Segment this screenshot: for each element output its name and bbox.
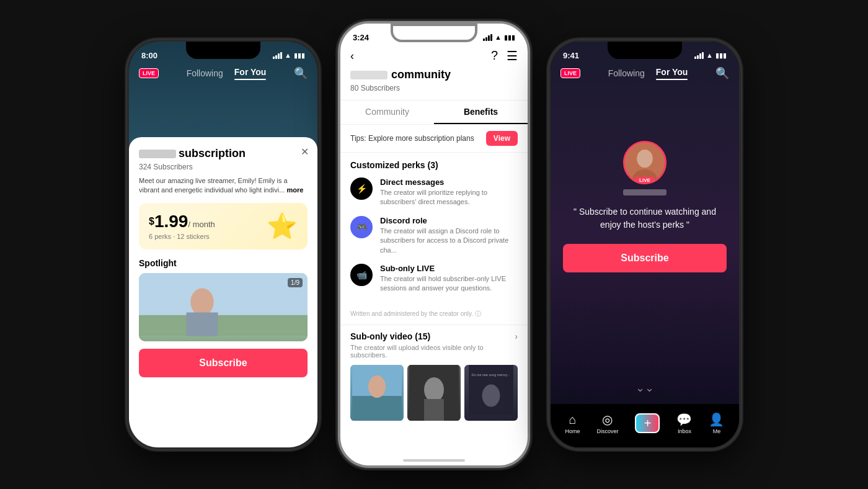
perk-name-live: Sub-only LIVE — [380, 264, 518, 273]
perks-section: Customized perks (3) ⚡ Direct messages T… — [340, 153, 528, 310]
subscribe-button-1[interactable]: Subscribe — [139, 349, 308, 377]
status-time-2: 3:24 — [353, 33, 369, 42]
subscribe-prompt-text: " Subscribe to continue watching and enj… — [563, 205, 727, 231]
nav-following-1[interactable]: Following — [187, 68, 223, 79]
tips-bar: Tips: Explore more subscription plans Vi… — [340, 125, 528, 153]
bottom-nav: ⌂ Home ◎ Discover + 💬 Inbox 👤 Me — [551, 404, 739, 447]
community-subscribers: 80 Subscribers — [350, 84, 518, 92]
svg-point-12 — [482, 384, 500, 406]
video-thumb-3[interactable]: Do not rate song memry... — [464, 365, 518, 421]
wifi-icon-2: ▲ — [495, 34, 502, 41]
signal-bar — [697, 55, 699, 59]
modal-title-row: subscription — [139, 147, 308, 160]
signal-bar — [485, 37, 487, 41]
svg-rect-3 — [187, 312, 218, 336]
admin-note: Written and administered by the creator … — [340, 310, 528, 325]
perk-desc-discord: The creator will assign a Discord role t… — [380, 227, 518, 255]
inbox-label: Inbox — [678, 428, 691, 434]
status-icons-1: ▲ ▮▮▮ — [273, 52, 305, 60]
home-indicator-2 — [403, 459, 465, 462]
inbox-icon: 💬 — [676, 412, 692, 427]
back-button[interactable]: ‹ — [350, 50, 354, 63]
tiktok-live-badge-1: LIVE — [139, 68, 159, 78]
subonly-title: Sub-only video (15) — [350, 331, 430, 341]
video-thumb-2[interactable] — [407, 365, 461, 421]
subonly-title-row: Sub-only video (15) › — [350, 331, 518, 341]
more-link[interactable]: more — [286, 186, 303, 194]
perk-info-live: Sub-only LIVE The creator will hold subs… — [380, 264, 518, 294]
phone2-topbar: ‹ ? ☰ — [340, 46, 528, 68]
tab-benefits[interactable]: Benefits — [434, 101, 528, 124]
status-time-1: 8:00 — [141, 51, 157, 60]
signal-bar — [483, 38, 485, 41]
signal-bars-1 — [273, 52, 282, 59]
battery-icon-1: ▮▮▮ — [294, 52, 305, 60]
subscribe-button-3[interactable]: Subscribe — [563, 244, 727, 272]
nav-me[interactable]: 👤 Me — [709, 412, 724, 434]
nav-following-3[interactable]: Following — [608, 68, 645, 79]
perk-info-dm: Direct messages The creator will priorit… — [380, 177, 518, 207]
signal-bar — [699, 53, 701, 59]
home-icon: ⌂ — [569, 413, 576, 427]
tips-text: Tips: Explore more subscription plans — [350, 134, 474, 143]
video-thumb-1[interactable] — [350, 365, 404, 421]
chevron-down-icon: ⌄⌄ — [636, 381, 654, 395]
community-blurred-name — [350, 71, 388, 79]
price-box: $1.99/ month 6 perks · 12 stickers ⭐ — [139, 203, 308, 249]
signal-bar — [280, 52, 282, 59]
svg-text:Do not rate song memry...: Do not rate song memry... — [472, 373, 510, 377]
perk-desc-live: The creator will hold subscriber-only LI… — [380, 274, 518, 294]
phone1-header: LIVE Following For You 🔍 — [129, 64, 317, 85]
perk-item-subonly-live: 📹 Sub-only LIVE The creator will hold su… — [350, 264, 518, 294]
nav-foryou-1[interactable]: For You — [234, 66, 267, 80]
nav-discover[interactable]: ◎ Discover — [596, 412, 618, 434]
price-period: / month — [188, 220, 215, 229]
price-amount-row: $1.99/ month — [149, 212, 215, 231]
battery-icon-2: ▮▮▮ — [504, 34, 515, 42]
status-time-3: 9:41 — [563, 51, 579, 60]
wifi-icon-3: ▲ — [706, 52, 713, 59]
search-icon-3[interactable]: 🔍 — [715, 66, 729, 80]
ph2-icons: ? ☰ — [491, 48, 518, 63]
nav-inbox[interactable]: 💬 Inbox — [676, 412, 692, 434]
nav-create[interactable]: + — [635, 413, 660, 433]
nav-underline-1 — [234, 79, 267, 80]
status-icons-3: ▲ ▮▮▮ — [694, 52, 727, 60]
signal-bar — [275, 55, 277, 59]
nav-home[interactable]: ⌂ Home — [565, 413, 580, 434]
subonly-desc: The creator will upload videos visible o… — [350, 344, 518, 359]
nav-foryou-3[interactable]: For You — [656, 66, 688, 80]
subscribe-prompt-area: LIVE " Subscribe to continue watching an… — [563, 141, 727, 272]
video-thumbnails: Do not rate song memry... — [350, 365, 518, 421]
price-perks: 6 perks · 12 stickers — [149, 233, 215, 240]
modal-description: Meet our amazing live streamer, Emily! E… — [139, 176, 308, 195]
svg-point-14 — [637, 150, 653, 168]
direct-messages-icon: ⚡ — [350, 177, 373, 200]
nav-tabs-3: Following For You — [608, 66, 688, 80]
subscription-modal: ✕ subscription 324 Subscribers Meet our … — [129, 137, 317, 447]
perk-item-direct-messages: ⚡ Direct messages The creator will prior… — [350, 177, 518, 207]
perk-item-discord: 🎮 Discord role The creator will assign a… — [350, 216, 518, 255]
help-icon[interactable]: ? — [491, 48, 498, 63]
signal-bar — [273, 56, 275, 59]
signal-bar — [702, 52, 704, 59]
svg-point-8 — [424, 377, 444, 402]
price-amount: 1.99 — [154, 212, 188, 231]
modal-close-button[interactable]: ✕ — [301, 146, 309, 158]
signal-bar — [694, 56, 696, 59]
me-label: Me — [713, 428, 721, 434]
home-label: Home — [565, 428, 580, 434]
perk-desc-dm: The creator will prioritize replying to … — [380, 188, 518, 207]
tab-community[interactable]: Community — [340, 101, 434, 124]
plus-button[interactable]: + — [635, 413, 660, 433]
signal-bars-2 — [483, 34, 492, 41]
community-title: community — [391, 68, 451, 81]
spotlight-label: Spotlight — [139, 258, 308, 268]
photo-count: 1/9 — [288, 278, 303, 287]
signal-bar — [490, 34, 492, 41]
svg-point-6 — [368, 375, 386, 398]
search-icon-1[interactable]: 🔍 — [294, 66, 308, 80]
menu-icon[interactable]: ☰ — [507, 48, 518, 63]
view-button[interactable]: View — [486, 131, 518, 146]
modal-subscribers: 324 Subscribers — [139, 163, 308, 171]
